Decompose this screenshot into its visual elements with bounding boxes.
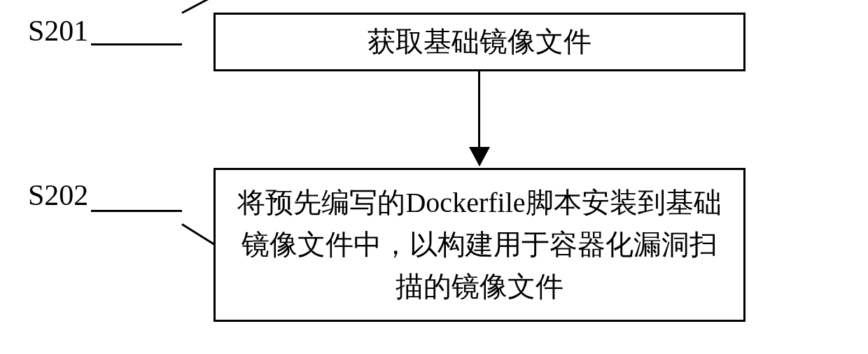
step-box-s202: 将预先编写的Dockerfile脚本安装到基础镜像文件中，以构建用于容器化漏洞扫… xyxy=(214,168,746,322)
step-text-s201: 获取基础镜像文件 xyxy=(368,21,592,63)
step-label-s201: S201 xyxy=(28,14,88,48)
arrow-shaft xyxy=(478,71,480,150)
connector-line-s202 xyxy=(91,210,182,212)
arrow-head-icon xyxy=(469,147,490,167)
connector-line-s201 xyxy=(91,43,182,45)
step-label-s202: S202 xyxy=(28,178,88,212)
step-text-s202: 将预先编写的Dockerfile脚本安装到基础镜像文件中，以构建用于容器化漏洞扫… xyxy=(230,182,729,308)
step-box-s201: 获取基础镜像文件 xyxy=(214,13,746,71)
flowchart-container: S201 获取基础镜像文件 S202 将预先编写的Dockerfile脚本安装到… xyxy=(0,0,868,354)
